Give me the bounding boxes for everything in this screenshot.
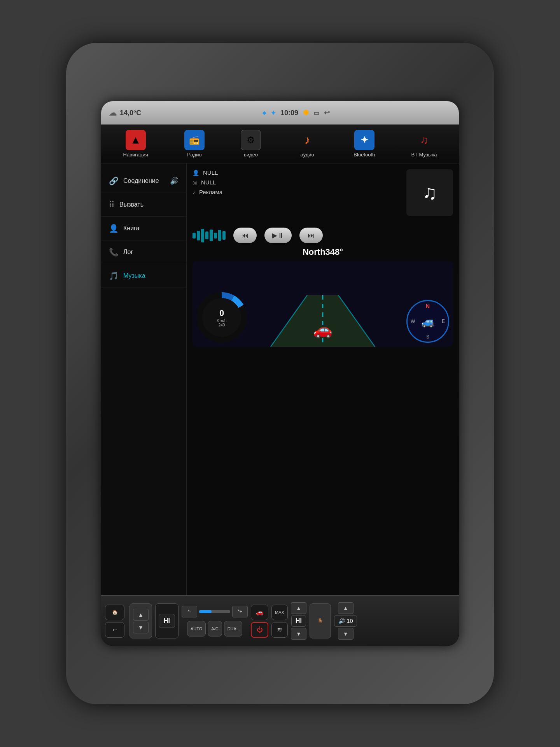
nav-icon-bt-music: ♫: [414, 130, 434, 150]
sidebar-item-log[interactable]: 📞 Лог: [101, 240, 186, 264]
compass-west-label: W: [411, 319, 415, 324]
play-pause-button[interactable]: ▶⏸: [264, 228, 292, 243]
bluetooth-status-icon: ✦: [271, 109, 276, 117]
home-icon: 🏠: [112, 610, 118, 615]
compass-north-label: N: [426, 303, 430, 309]
fan-speed-bar: [199, 610, 230, 613]
back-nav-button[interactable]: ↩: [105, 622, 124, 638]
rear-defrost[interactable]: ≋: [271, 622, 288, 638]
nav-item-navigation[interactable]: ▲ Навигация: [119, 128, 152, 160]
home-button[interactable]: 🏠: [105, 605, 124, 620]
nav-icon-audio: ♪: [297, 130, 317, 150]
sidebar-label-call: Вызвать: [119, 201, 144, 208]
track-artist: NULL: [203, 169, 218, 176]
playback-controls: ⏮ ▶⏸ ⏭: [192, 228, 453, 243]
compass-south-label: S: [426, 334, 429, 340]
music-icon: 🎵: [109, 271, 119, 281]
rear-defrost-icon: ≋: [277, 626, 282, 633]
speedometer: 0 Km/h 240: [196, 292, 247, 343]
sidebar-label-music: Музыка: [123, 272, 145, 279]
status-bar: ☁ 14,0°C ◆ ✦ 10:09 ✺ ▭ ↩: [101, 101, 459, 124]
nav-label-navigation: Навигация: [123, 152, 148, 158]
main-content: 🔗 Соединение 🔊 ⠿ Вызвать 👤 Книга 📞 Лог: [101, 163, 459, 595]
sidebar-label-book: Книга: [123, 225, 139, 232]
track-row-2: ◎ NULL: [192, 179, 399, 186]
link-icon: 🔗: [109, 176, 119, 186]
nav-label-bt-music: BT Музыка: [411, 152, 437, 158]
ac-button[interactable]: A/C: [208, 621, 222, 637]
seat-heat-left[interactable]: ▲ ▼: [130, 603, 152, 638]
nav-item-bluetooth[interactable]: ✦ Bluetooth: [350, 128, 379, 160]
seat-up-left[interactable]: ▲: [133, 609, 149, 621]
screen-bezel: ☁ 14,0°C ◆ ✦ 10:09 ✺ ▭ ↩ ▲ Навигация 📻 Р…: [101, 101, 459, 646]
sidebar: 🔗 Соединение 🔊 ⠿ Вызвать 👤 Книга 📞 Лог: [101, 163, 187, 595]
right-panel: 👤 NULL ◎ NULL ♪ Реклама ♫: [187, 163, 459, 595]
time-display: 10:09: [280, 109, 298, 117]
grid-icon: ⠿: [109, 200, 115, 209]
track-album: NULL: [201, 179, 216, 186]
nav-item-audio[interactable]: ♪ аудио: [293, 128, 321, 160]
volume-up[interactable]: ▲: [338, 602, 354, 614]
sidebar-item-connection[interactable]: 🔗 Соединение 🔊: [101, 169, 186, 193]
auto-button[interactable]: AUTO: [187, 621, 206, 637]
note-track-icon: ♪: [192, 189, 195, 195]
sidebar-item-music[interactable]: 🎵 Музыка: [101, 264, 186, 288]
fan-plus-button[interactable]: *+: [232, 606, 248, 617]
diamond-icon: ◆: [262, 110, 266, 116]
app-nav-bar: ▲ Навигация 📻 Радио ⚙ видео ♪ аудио ✦ Bl…: [101, 124, 459, 163]
speedo-inner: 0 Km/h 240: [202, 298, 241, 337]
defrost-front[interactable]: 🚗: [251, 605, 268, 620]
nav-label-video: видео: [244, 152, 258, 158]
seat-heat-right[interactable]: 🪑: [310, 603, 331, 638]
heading-display: North348°: [303, 247, 343, 257]
seat-down-left[interactable]: ▼: [133, 622, 149, 633]
nav-section: North348°: [192, 247, 453, 589]
speed-value: 0: [219, 308, 224, 318]
music-note-icon: ♫: [422, 181, 437, 204]
max-button[interactable]: MAX: [271, 605, 288, 620]
cloud-icon: ☁: [109, 108, 117, 117]
climate-bar: 🏠 ↩ ▲ ▼ HI *-: [101, 595, 459, 646]
seat-up-down-left: ▲ ▼: [133, 609, 149, 633]
speedo-ring: 0 Km/h 240: [196, 292, 247, 343]
track-title: Реклама: [199, 189, 222, 195]
sidebar-label-connection: Соединение: [123, 177, 159, 184]
ac-power[interactable]: ⏻: [251, 622, 268, 638]
person-track-icon: 👤: [192, 170, 199, 176]
car-3d-icon: 🚗: [313, 321, 332, 339]
compass: N S E W 🚙: [406, 300, 449, 343]
right-temp-up[interactable]: ▲: [291, 602, 306, 614]
sidebar-label-log: Лог: [123, 249, 133, 256]
battery-icon: ▭: [313, 109, 319, 117]
phone-icon: 📞: [109, 247, 119, 257]
compass-car-icon: 🚙: [421, 315, 435, 328]
right-temp-down[interactable]: ▼: [291, 628, 306, 640]
volume-small-icon: 🔊: [170, 177, 178, 185]
left-temp-value: HI: [159, 614, 175, 628]
fan-speed-fill: [199, 610, 212, 613]
temperature-display: 14,0°C: [120, 109, 141, 117]
nav-item-video[interactable]: ⚙ видео: [237, 128, 265, 160]
volume-down[interactable]: ▼: [338, 628, 354, 640]
car-surround: ☁ 14,0°C ◆ ✦ 10:09 ✺ ▭ ↩ ▲ Навигация 📻 Р…: [66, 43, 494, 704]
nav-icon-radio: 📻: [184, 130, 205, 150]
compass-ring: N S E W 🚙: [406, 300, 449, 343]
power-icon: ⏻: [257, 626, 263, 633]
right-temp-value: HI: [291, 615, 306, 627]
track-row-3: ♪ Реклама: [192, 189, 399, 195]
volume-display: 🔊 10: [334, 615, 357, 627]
dual-button[interactable]: DUAL: [224, 621, 242, 637]
nav-label-radio: Радио: [187, 152, 202, 158]
nav-item-radio[interactable]: 📻 Радио: [180, 128, 208, 160]
prev-button[interactable]: ⏮: [233, 228, 257, 243]
status-left: ☁ 14,0°C: [109, 108, 141, 117]
back-nav-icon: ↩: [113, 627, 117, 633]
sidebar-item-call[interactable]: ⠿ Вызвать: [101, 193, 186, 217]
sidebar-item-book[interactable]: 👤 Книга: [101, 217, 186, 240]
next-button[interactable]: ⏭: [299, 228, 323, 243]
nav-item-bt-music[interactable]: ♫ BT Музыка: [407, 128, 441, 160]
album-art: ♫: [406, 169, 453, 216]
fan-minus-button[interactable]: *-: [182, 606, 197, 617]
brightness-icon: ✺: [303, 109, 309, 117]
nav-icon-video: ⚙: [241, 130, 261, 150]
